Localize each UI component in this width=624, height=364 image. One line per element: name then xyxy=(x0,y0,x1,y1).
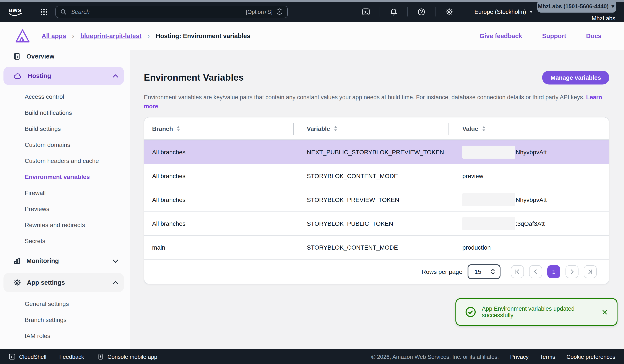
services-menu-button[interactable] xyxy=(39,6,50,17)
rows-per-page-select[interactable]: 15 xyxy=(468,264,500,279)
gear-icon xyxy=(445,8,453,16)
terms-link[interactable]: Terms xyxy=(540,353,555,360)
footer-feedback-link[interactable]: Feedback xyxy=(59,353,84,360)
account-chip-label: MhzLabs (1501-5606-4440) ▼ xyxy=(538,3,616,9)
sidebar-item-branch-settings[interactable]: Branch settings xyxy=(0,312,126,328)
cell-variable: STORYBLOK_CONTENT_MODE xyxy=(294,236,449,259)
account-menu-chip[interactable]: MhzLabs (1501-5606-4440) ▼ xyxy=(537,0,616,13)
rows-per-page-value: 15 xyxy=(474,268,481,275)
column-header-value[interactable]: Value xyxy=(449,117,609,140)
env-variables-table: Branch Variable Value All b xyxy=(144,117,609,284)
sidebar-section-monitoring[interactable]: Monitoring xyxy=(3,252,124,269)
cell-branch: All branches xyxy=(144,140,294,164)
sidebar-item-rewrites-and-redirects[interactable]: Rewrites and redirects xyxy=(0,217,126,233)
breadcrumb-separator: › xyxy=(72,32,74,39)
masked-value-box xyxy=(462,217,515,230)
value-text: :3qOaf3Att xyxy=(516,220,545,227)
masked-value-box xyxy=(462,146,515,158)
table-row[interactable]: All branches NEXT_PUBLIC_STORYBLOK_PREVI… xyxy=(144,140,609,164)
aws-logo-text: aws xyxy=(9,7,22,13)
aws-logo[interactable]: aws xyxy=(7,7,23,17)
help-icon xyxy=(417,8,425,16)
cell-branch: All branches xyxy=(144,212,294,235)
cell-branch: All branches xyxy=(144,164,294,188)
page-title-row: Environment Variables Manage variables xyxy=(144,70,609,85)
next-page-button[interactable] xyxy=(566,265,578,278)
header-divider xyxy=(33,7,33,16)
cell-value: production xyxy=(449,236,609,259)
sidebar-item-access-control[interactable]: Access control xyxy=(0,88,126,104)
sidebar-item-custom-domains[interactable]: Custom domains xyxy=(0,136,126,153)
amplify-logo-icon[interactable] xyxy=(15,29,30,43)
manage-variables-button[interactable]: Manage variables xyxy=(542,71,609,84)
support-link[interactable]: Support xyxy=(542,32,566,39)
shortcut-badge-icon xyxy=(276,8,283,15)
copyright-text: © 2026, Amazon Web Services, Inc. or its… xyxy=(371,353,499,360)
grid-icon xyxy=(40,8,48,15)
sidebar-item-firewall[interactable]: Firewall xyxy=(0,185,126,201)
table-row[interactable]: All branches STORYBLOK_PUBLIC_TOKEN :3qO… xyxy=(144,212,609,236)
cell-variable: NEXT_PUBLIC_STORYBLOK_PREVIEW_TOKEN xyxy=(294,140,449,164)
breadcrumb-current-page: Hosting: Environment variables xyxy=(156,32,251,39)
cell-branch: main xyxy=(144,236,294,259)
sort-icon[interactable] xyxy=(334,126,337,131)
breadcrumb-all-apps[interactable]: All apps xyxy=(42,32,66,39)
console-footer: CloudShell Feedback Console mobile app ©… xyxy=(0,349,624,364)
sidebar-item-build-settings[interactable]: Build settings xyxy=(0,120,126,136)
select-updown-icon xyxy=(491,268,495,275)
give-feedback-link[interactable]: Give feedback xyxy=(479,32,522,39)
previous-page-icon xyxy=(533,269,539,275)
sidebar-item-iam-roles[interactable]: IAM roles xyxy=(0,328,126,344)
docs-link[interactable]: Docs xyxy=(586,32,601,39)
sidebar-item-general-settings[interactable]: General settings xyxy=(0,296,126,312)
help-button[interactable] xyxy=(413,6,430,18)
previous-page-button[interactable] xyxy=(529,265,542,278)
sidebar-item-build-notifications[interactable]: Build notifications xyxy=(0,104,126,120)
document-icon xyxy=(13,52,21,60)
value-text: NhyvbpvAtt xyxy=(516,149,547,156)
breadcrumb-app-name[interactable]: blueprint-arpit-latest xyxy=(80,32,141,39)
sort-icon[interactable] xyxy=(176,126,180,131)
header-divider xyxy=(379,7,380,16)
table-row[interactable]: main STORYBLOK_CONTENT_MODE production xyxy=(144,236,609,260)
sidebar-item-overview[interactable]: Overview xyxy=(3,50,124,62)
first-page-icon xyxy=(514,269,520,275)
first-page-button[interactable] xyxy=(511,265,524,278)
footer-cloudshell-button[interactable]: CloudShell xyxy=(9,353,46,360)
sidebar-section-app-settings[interactable]: App settings xyxy=(3,273,124,292)
sidebar-section-hosting[interactable]: Hosting xyxy=(3,67,124,85)
toast-close-button[interactable] xyxy=(601,308,609,316)
search-icon xyxy=(60,8,67,15)
last-page-button[interactable] xyxy=(584,265,597,278)
sidebar-section-label: App settings xyxy=(27,279,65,286)
sidebar-item-secrets[interactable]: Secrets xyxy=(0,233,126,249)
footer-mobile-app-link[interactable]: Console mobile app xyxy=(97,353,157,360)
sort-icon[interactable] xyxy=(482,126,486,131)
privacy-link[interactable]: Privacy xyxy=(510,353,529,360)
global-search[interactable]: [Option+S] xyxy=(55,5,288,18)
masked-value-box xyxy=(462,193,515,206)
table-row[interactable]: All branches STORYBLOK_CONTENT_MODE prev… xyxy=(144,164,609,188)
cloudshell-button[interactable] xyxy=(357,6,374,18)
sidebar-item-previews[interactable]: Previews xyxy=(0,201,126,217)
window-top-strip xyxy=(0,0,624,2)
page-description: Environment variables are key/value pair… xyxy=(144,93,610,111)
column-header-variable[interactable]: Variable xyxy=(294,117,449,140)
column-header-branch[interactable]: Branch xyxy=(144,117,294,140)
last-page-icon xyxy=(587,269,593,275)
page-1-button[interactable]: 1 xyxy=(547,265,560,278)
value-text: preview xyxy=(462,172,483,179)
region-selector[interactable]: Europe (Stockholm) xyxy=(468,8,539,15)
notifications-button[interactable] xyxy=(385,6,402,18)
sidebar-item-environment-variables[interactable]: Environment variables xyxy=(0,169,126,185)
sidebar: Overview Hosting Access control Build no… xyxy=(0,50,130,349)
table-row[interactable]: All branches STORYBLOK_PREVIEW_TOKEN Nhy… xyxy=(144,188,609,212)
header-links: Give feedback Support Docs xyxy=(479,32,601,39)
cell-variable: STORYBLOK_PREVIEW_TOKEN xyxy=(294,188,449,211)
cell-value: preview xyxy=(449,164,609,188)
search-input[interactable] xyxy=(70,8,242,15)
chevron-up-icon xyxy=(112,74,119,78)
settings-button[interactable] xyxy=(441,6,457,18)
sidebar-item-custom-headers-and-cache[interactable]: Custom headers and cache xyxy=(0,153,126,169)
cookie-preferences-link[interactable]: Cookie preferences xyxy=(567,353,615,360)
